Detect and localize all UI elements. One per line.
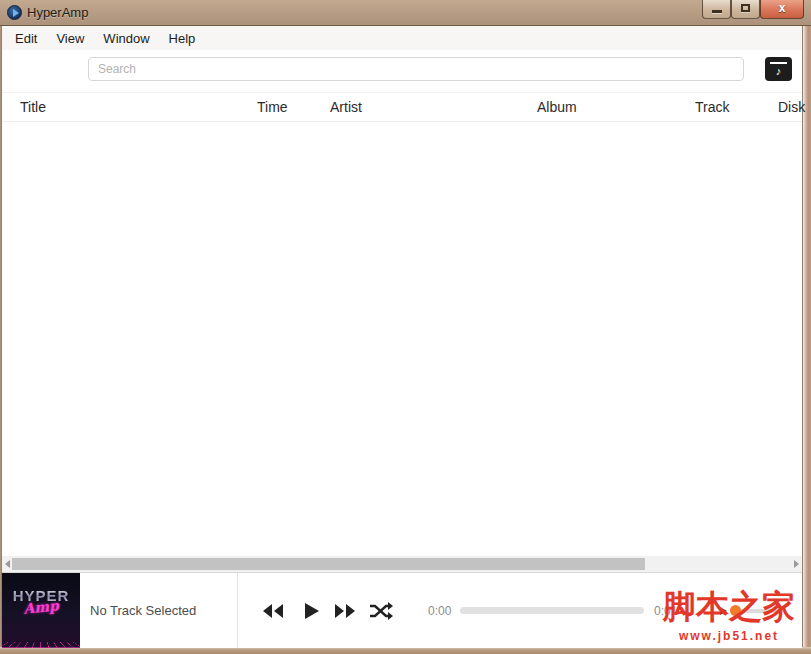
menu-item-help[interactable]: Help [166, 29, 199, 48]
shuffle-icon [369, 600, 393, 622]
retro-grid-decoration [2, 641, 80, 648]
app-icon [7, 5, 22, 20]
column-header-track[interactable]: Track [695, 93, 729, 123]
shuffle-button[interactable] [369, 600, 391, 622]
close-button[interactable]: x [760, 0, 804, 19]
restore-button[interactable] [731, 0, 760, 19]
column-header-album[interactable]: Album [537, 93, 577, 123]
previous-button[interactable] [262, 600, 284, 622]
close-icon: x [761, 1, 803, 15]
scrollbar-thumb[interactable] [12, 558, 645, 570]
play-button[interactable] [300, 600, 322, 622]
window-title: HyperAmp [27, 0, 88, 26]
track-table-header: Title Time Artist Album Track Disk [2, 92, 802, 122]
column-header-artist[interactable]: Artist [330, 93, 362, 123]
album-art: HYPER Amp [2, 573, 80, 648]
track-list-empty [2, 123, 802, 556]
menu-item-window[interactable]: Window [100, 29, 152, 48]
play-icon [300, 600, 322, 622]
title-bar: HyperAmp [0, 0, 811, 26]
progress-bar[interactable] [460, 607, 644, 614]
arrow-right-icon [794, 560, 799, 568]
search-row: ♪ [2, 50, 802, 92]
volume-slider[interactable] [716, 603, 778, 619]
minimize-button[interactable] [702, 0, 731, 19]
column-header-disk[interactable]: Disk [778, 93, 805, 123]
menu-item-edit[interactable]: Edit [12, 29, 40, 48]
menu-bar: Edit View Window Help [2, 26, 802, 50]
next-button[interactable] [334, 600, 356, 622]
scroll-right-button[interactable] [790, 556, 802, 572]
previous-icon [262, 600, 284, 622]
search-input[interactable] [88, 57, 744, 81]
music-note-icon: ♪ [765, 64, 792, 78]
restore-icon [741, 4, 750, 12]
minimize-icon [712, 10, 722, 13]
elapsed-time: 0:00 [428, 604, 451, 618]
player-divider [237, 573, 238, 648]
next-icon [334, 600, 356, 622]
speaker-icon [720, 607, 727, 615]
column-header-title[interactable]: Title [20, 93, 46, 123]
volume-knob[interactable] [730, 605, 741, 616]
arrow-left-icon [5, 560, 10, 568]
column-header-time[interactable]: Time [257, 93, 288, 123]
duration-time: 0:01 [654, 604, 677, 618]
now-playing-label: No Track Selected [90, 603, 196, 618]
horizontal-scrollbar[interactable] [2, 556, 802, 572]
menu-item-view[interactable]: View [53, 29, 87, 48]
import-music-button[interactable]: ♪ [765, 57, 792, 81]
window-border-bottom [0, 647, 811, 654]
player-bar: HYPER Amp No Track Selected 0:00 0:01 [2, 572, 802, 648]
